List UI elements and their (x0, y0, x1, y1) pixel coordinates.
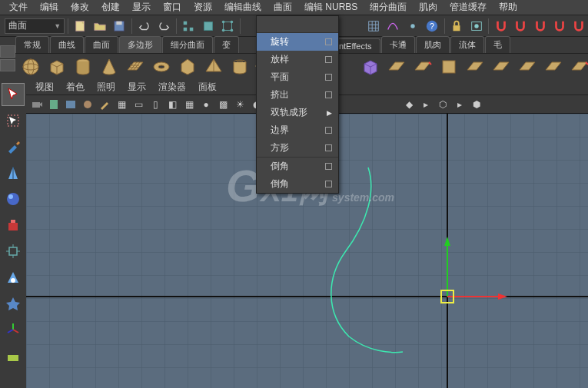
extra-tool[interactable] (2, 344, 25, 367)
shelf-tab-toon[interactable]: 卡通 (381, 36, 415, 53)
shelf-tab-deform[interactable]: 变 (214, 36, 239, 53)
panel-menu-shading[interactable]: 着色 (60, 79, 91, 95)
vp-icon4[interactable]: ▸ (452, 97, 467, 112)
bookmark-icon[interactable] (46, 97, 61, 112)
option-box-icon[interactable] (325, 181, 332, 187)
shelf-tab-muscle[interactable]: 肌肉 (416, 36, 450, 53)
select-comp-icon[interactable] (218, 17, 236, 35)
wireframe-icon[interactable]: ▦ (181, 97, 197, 112)
scale-tool[interactable] (2, 214, 25, 237)
menu-create[interactable]: 创建 (95, 0, 126, 15)
paint-tool[interactable] (2, 135, 25, 158)
shelf-tab-fluids[interactable]: 流体 (450, 36, 484, 53)
view-axis-icon[interactable] (2, 318, 25, 341)
panel-menu-view[interactable]: 视图 (29, 79, 60, 95)
menu-display[interactable]: 显示 (126, 0, 157, 15)
open-scene-icon[interactable] (91, 17, 108, 35)
option-box-icon[interactable] (325, 74, 332, 81)
shelf-tab-subdiv[interactable]: 细分曲面 (162, 36, 213, 53)
poly-cube-icon[interactable] (45, 55, 69, 79)
shelf-up-button[interactable] (0, 45, 15, 58)
menu-pipecache[interactable]: 管道缓存 (443, 0, 493, 15)
menu-modify[interactable]: 修改 (65, 0, 95, 15)
select-hier-icon[interactable] (180, 17, 198, 35)
shelf-down-button[interactable] (0, 59, 15, 71)
vp-icon2[interactable]: ▸ (418, 97, 434, 112)
poly-cone-icon[interactable] (97, 55, 121, 79)
manip-tool[interactable] (2, 240, 25, 263)
poly-op7-icon[interactable] (541, 55, 566, 79)
help-icon[interactable]: ? (423, 17, 440, 35)
option-box-icon[interactable] (325, 91, 332, 98)
poly-torus-icon[interactable] (149, 55, 174, 79)
menu-edit[interactable]: 编辑 (34, 0, 65, 15)
dropdown-loft[interactable]: 放样 (257, 51, 338, 68)
poly-op6-icon[interactable] (515, 55, 540, 79)
move-tool[interactable] (2, 161, 25, 184)
poly-op4-icon[interactable] (463, 55, 487, 79)
shaded-icon[interactable]: ● (198, 97, 214, 112)
menu-editcurves[interactable]: 编辑曲线 (218, 0, 267, 15)
menu-help[interactable]: 帮助 (493, 0, 523, 15)
vp-icon1[interactable]: ◆ (401, 97, 417, 112)
shelf-tab-hair[interactable]: 毛 (485, 36, 510, 53)
shelf-tab-general[interactable]: 常规 (15, 36, 49, 53)
panel-menu-lighting[interactable]: 照明 (91, 79, 121, 95)
magnet-3-icon[interactable] (531, 17, 549, 35)
poly-sphere-icon[interactable] (18, 55, 43, 79)
rotate-tool[interactable] (2, 187, 25, 211)
magnet-5-icon[interactable] (570, 17, 588, 35)
poly-plane-icon[interactable] (123, 55, 148, 79)
option-box-icon[interactable] (325, 38, 332, 45)
menu-file[interactable]: 文件 (3, 0, 34, 15)
menu-window[interactable]: 窗口 (157, 0, 188, 15)
poly-prism-icon[interactable] (175, 55, 200, 79)
poly-op3-icon[interactable] (437, 55, 461, 79)
menu-muscle[interactable]: 肌肉 (413, 0, 443, 15)
2d-pan-icon[interactable] (80, 97, 95, 112)
dropdown-birail[interactable]: 双轨成形 ▶ (257, 104, 338, 121)
menu-subdiv[interactable]: 细分曲面 (364, 0, 413, 15)
grid-icon[interactable]: ▦ (114, 97, 129, 112)
grease-icon[interactable] (97, 97, 112, 112)
dropdown-extrude[interactable]: 挤出 (257, 86, 338, 104)
menu-surfaces[interactable]: 曲面 (267, 0, 298, 15)
menuset-combo[interactable]: 曲面 ▼ (5, 18, 65, 34)
poly-pyramid-icon[interactable] (201, 55, 226, 79)
option-box-icon[interactable] (325, 163, 332, 170)
last-tool[interactable] (2, 292, 25, 315)
magnet-2-icon[interactable] (512, 17, 530, 35)
res-gate-icon[interactable]: ▯ (148, 97, 163, 112)
select-tool[interactable] (2, 83, 25, 106)
shelf-tab-curves[interactable]: 曲线 (50, 36, 84, 53)
poly-op1-icon[interactable] (384, 55, 409, 79)
soft-tool[interactable] (2, 266, 25, 289)
shelf-tab-polygons[interactable]: 多边形 (119, 36, 161, 53)
poly-op2-icon[interactable] (410, 55, 435, 79)
lasso-tool[interactable] (2, 109, 25, 132)
snap-point-icon[interactable] (404, 17, 421, 35)
select-obj-icon[interactable] (199, 17, 217, 35)
menu-editnurbs[interactable]: 编辑 NURBS (298, 0, 364, 15)
camera-sel-icon[interactable] (29, 97, 45, 112)
panel-menu-show[interactable]: 显示 (121, 79, 152, 95)
dropdown-bevelplus[interactable]: 倒角 (257, 175, 338, 193)
snap-curve-icon[interactable] (384, 17, 402, 35)
option-box-icon[interactable] (325, 127, 332, 134)
poly-op5-icon[interactable] (489, 55, 513, 79)
dropdown-bevel[interactable]: 倒角 (257, 158, 338, 175)
menu-assets[interactable]: 资源 (188, 0, 218, 15)
render-icon[interactable] (467, 17, 485, 35)
panel-menu-renderer[interactable]: 渲染器 (152, 79, 192, 95)
gate-mask-icon[interactable]: ◧ (164, 97, 180, 112)
vp-icon5[interactable]: ⬢ (469, 97, 484, 112)
magnet-1-icon[interactable] (492, 17, 510, 35)
vp-icon3[interactable]: ⬡ (435, 97, 450, 112)
dropdown-planar[interactable]: 平面 (257, 68, 338, 86)
panel-menu-panels[interactable]: 面板 (192, 79, 223, 95)
shelf-tab-surfaces[interactable]: 曲面 (85, 36, 118, 53)
poly-cube-sel-icon[interactable] (358, 55, 383, 79)
lock-icon[interactable] (448, 17, 466, 35)
poly-cylinder-icon[interactable] (71, 55, 95, 79)
film-gate-icon[interactable]: ▭ (131, 97, 146, 112)
